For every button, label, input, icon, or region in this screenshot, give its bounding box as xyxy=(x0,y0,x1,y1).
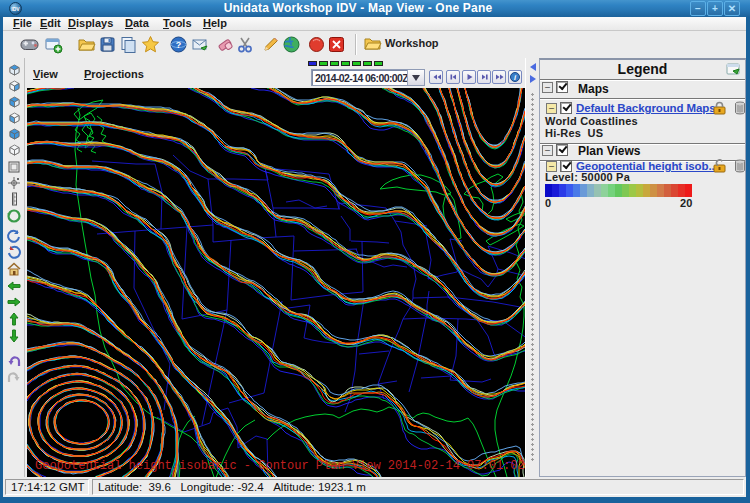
svg-text:?: ? xyxy=(176,40,182,50)
svg-text:Geopotential height isobaric -: Geopotential height isobaric - Contour P… xyxy=(35,459,525,473)
